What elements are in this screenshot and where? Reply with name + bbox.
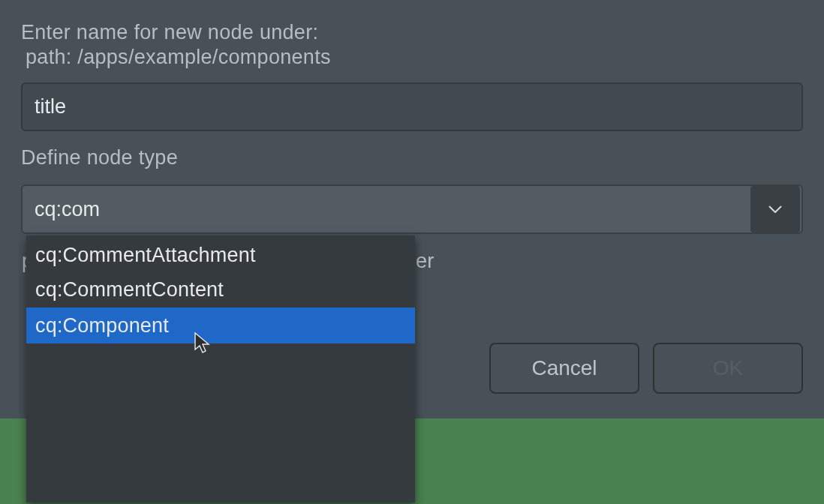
- chevron-down-icon: [768, 202, 782, 216]
- dropdown-item-comment-content[interactable]: cq:CommentContent: [26, 272, 415, 308]
- node-name-input[interactable]: [35, 95, 789, 118]
- node-type-label: Define node type: [21, 146, 803, 170]
- dropdown-item-component[interactable]: cq:Component: [26, 308, 415, 344]
- prompt-line-1: Enter name for new node under:: [21, 21, 803, 44]
- node-type-combo-inner[interactable]: [21, 184, 803, 234]
- node-type-dropdown-button[interactable]: [750, 186, 800, 232]
- cancel-button[interactable]: Cancel: [489, 343, 639, 394]
- node-type-combo[interactable]: [21, 184, 803, 234]
- obscured-text-right: er: [416, 250, 435, 273]
- node-type-dropdown-list[interactable]: cq:CommentAttachment cq:CommentContent c…: [26, 236, 415, 502]
- dropdown-item-comment-attachment[interactable]: cq:CommentAttachment: [26, 236, 415, 272]
- prompt-line-2: path: /apps/example/components: [26, 46, 803, 69]
- dialog-buttons: Cancel OK: [489, 343, 803, 394]
- ok-button[interactable]: OK: [653, 343, 803, 394]
- node-name-input-wrap[interactable]: [21, 82, 803, 131]
- cursor-icon: [194, 332, 212, 357]
- node-type-input[interactable]: [23, 198, 750, 221]
